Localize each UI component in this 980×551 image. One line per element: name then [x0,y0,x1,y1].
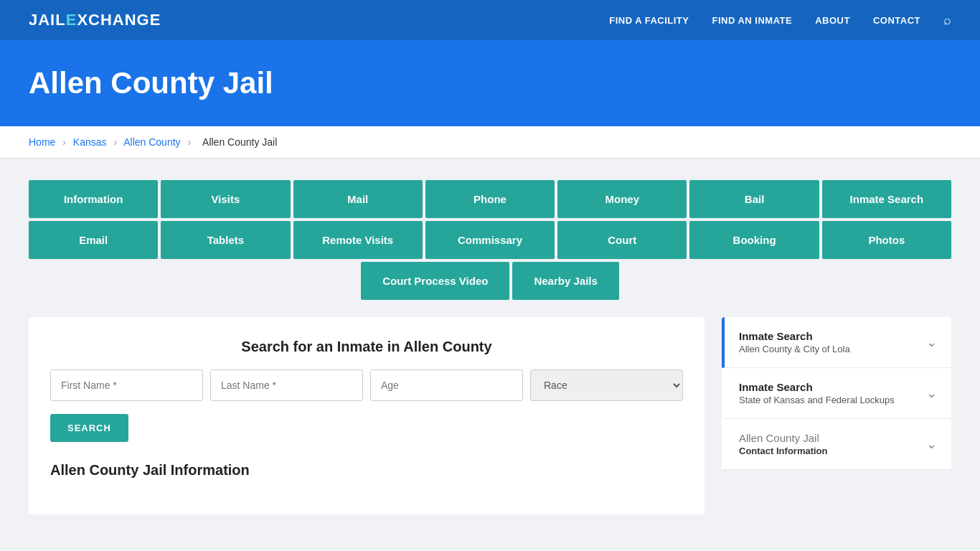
breadcrumb-home[interactable]: Home [29,136,55,148]
sidebar-item-title-3: Allen County Jail [739,432,828,444]
sidebar: Inmate Search Allen County & City of Lol… [722,317,951,470]
race-select[interactable]: Race White Black Hispanic Asian Other [530,369,683,401]
breadcrumb: Home › Kansas › Allen County › Allen Cou… [0,126,980,159]
site-logo[interactable]: JAILEXCHANGE [29,11,161,29]
sidebar-item-title-2: Inmate Search [739,381,895,393]
age-input[interactable] [370,369,523,401]
breadcrumb-sep-2: › [113,136,117,148]
breadcrumb-kansas[interactable]: Kansas [73,136,107,148]
sidebar-item-subtitle-3: Contact Information [739,446,828,456]
chevron-down-icon-2: ⌄ [926,385,937,401]
jail-info-heading: Allen County Jail Information [50,462,683,479]
chevron-down-icon-1: ⌄ [926,334,937,350]
sidebar-item-inmate-search-allen[interactable]: Inmate Search Allen County & City of Lol… [722,317,951,368]
btn-email[interactable]: Email [29,221,158,259]
last-name-input[interactable] [210,369,363,401]
btn-phone[interactable]: Phone [425,180,555,218]
content-area: Search for an Inmate in Allen County Rac… [29,317,951,514]
sidebar-item-title-1: Inmate Search [739,330,850,342]
site-header: JAILEXCHANGE FIND A FACILITY FIND AN INM… [0,0,980,40]
search-button[interactable]: SEARCH [50,414,128,442]
btn-photos[interactable]: Photos [822,221,951,259]
btn-information[interactable]: Information [29,180,158,218]
nav-find-inmate[interactable]: FIND AN INMATE [712,15,792,26]
btn-court-process-video[interactable]: Court Process Video [361,262,509,300]
btn-inmate-search[interactable]: Inmate Search [822,180,951,218]
search-form: Race White Black Hispanic Asian Other [50,369,683,401]
btn-tablets[interactable]: Tablets [161,221,290,259]
logo-xchange: XCHANGE [77,11,161,29]
btn-nearby-jails[interactable]: Nearby Jails [512,262,618,300]
nav-find-facility[interactable]: FIND A FACILITY [609,15,689,26]
btn-commissary[interactable]: Commissary [425,221,555,259]
nav-contact[interactable]: CONTACT [873,15,920,26]
sidebar-item-subtitle-2: State of Kansas and Federal Lockups [739,395,895,405]
logo-jail: JAIL [29,11,66,29]
search-icon[interactable]: ⌕ [943,13,951,28]
btn-remote-visits[interactable]: Remote Visits [293,221,423,259]
chevron-down-icon-3: ⌄ [926,436,937,452]
nav-buttons-row3: Court Process Video Nearby Jails [29,262,951,300]
btn-court[interactable]: Court [557,221,687,259]
sidebar-item-inmate-search-kansas[interactable]: Inmate Search State of Kansas and Federa… [722,368,951,419]
btn-booking[interactable]: Booking [689,221,819,259]
breadcrumb-sep-1: › [62,136,66,148]
inmate-search-box: Search for an Inmate in Allen County Rac… [29,317,705,514]
sidebar-item-text-1: Inmate Search Allen County & City of Lol… [739,330,850,354]
nav-buttons-row2: Email Tablets Remote Visits Commissary C… [29,221,951,259]
sidebar-item-text-2: Inmate Search State of Kansas and Federa… [739,381,895,405]
sidebar-item-text-3: Allen County Jail Contact Information [739,432,828,456]
page-title: Allen County Jail [29,66,951,100]
sidebar-item-subtitle-1: Allen County & City of Lola [739,344,850,354]
nav-buttons-row1: Information Visits Mail Phone Money Bail… [29,180,951,218]
sidebar-item-contact-info[interactable]: Allen County Jail Contact Information ⌄ [722,419,951,470]
breadcrumb-current: Allen County Jail [202,136,277,148]
nav-about[interactable]: ABOUT [815,15,850,26]
breadcrumb-allen-county[interactable]: Allen County [123,136,180,148]
btn-money[interactable]: Money [557,180,687,218]
btn-visits[interactable]: Visits [161,180,290,218]
logo-e: E [66,11,77,29]
hero-section: Allen County Jail [0,40,980,126]
breadcrumb-sep-3: › [187,136,191,148]
btn-bail[interactable]: Bail [689,180,819,218]
main-content: Information Visits Mail Phone Money Bail… [0,159,980,536]
btn-mail[interactable]: Mail [293,180,423,218]
first-name-input[interactable] [50,369,203,401]
search-title: Search for an Inmate in Allen County [50,339,683,355]
main-nav: FIND A FACILITY FIND AN INMATE ABOUT CON… [609,13,951,28]
